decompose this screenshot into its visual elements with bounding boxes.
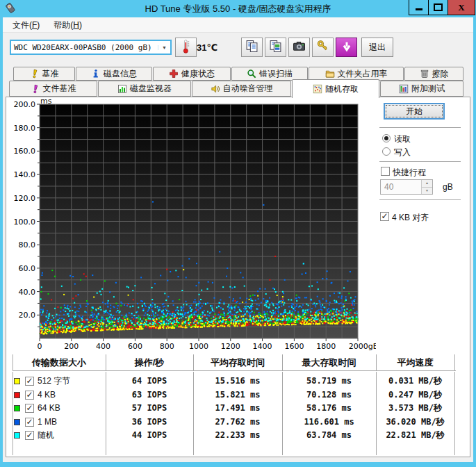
table-cell-max_access: 58.719 ms [282, 375, 376, 388]
file-benchmark-icon [31, 84, 40, 94]
stroke-size-input[interactable]: 40 ▲▼ [380, 179, 433, 195]
tab-aam[interactable]: 自动噪音管理 [192, 81, 291, 97]
tab-label: 文件夹占用率 [338, 68, 388, 80]
stroke-unit-label: gB [443, 182, 453, 192]
svg-text:ms: ms [40, 99, 52, 106]
table-cell-iops: 57 IOPS [106, 402, 193, 415]
random-access-chart: 20.040.060.080.0100.0120.0140.0160.0180.… [9, 99, 376, 354]
tab-label: 随机存取 [325, 83, 359, 95]
copy-text-icon [245, 40, 258, 55]
app-window: HD Tune 专业版 5.50 - 硬盘/固态硬盘实用程序 X 文件(F)帮助… [0, 0, 476, 467]
tab-random-access[interactable]: 随机存取 [292, 79, 379, 98]
minimize-button[interactable] [409, 0, 429, 15]
svg-text:80.0: 80.0 [19, 240, 36, 249]
table-cell-max_access: 58.176 ms [282, 402, 376, 415]
screenshot-button[interactable] [288, 38, 310, 57]
series-toggle-checkbox[interactable] [25, 377, 34, 386]
options-button[interactable] [312, 38, 334, 57]
tab-file-benchmark[interactable]: 文件基准 [9, 81, 97, 97]
align-4kb-label: 4 KB 对齐 [392, 212, 429, 224]
close-button[interactable]: X [448, 0, 475, 15]
content-panel: 20.040.060.080.0100.0120.0140.0160.0180.… [6, 97, 470, 457]
series-label: 4 KB [38, 388, 56, 402]
window-controls: X [409, 0, 475, 15]
svg-text:180.0: 180.0 [14, 124, 36, 133]
short-stroke-checkbox[interactable] [381, 167, 390, 176]
client-area: 文件(F)帮助(H) WDC WD20EARX-00PASB0 (2000 gB… [3, 17, 473, 462]
table-cell-avg_speed: 0.247 MB/秒 [376, 388, 454, 402]
copy-image-button[interactable] [265, 38, 286, 57]
tab-label: 错误扫描 [259, 68, 293, 80]
svg-text:140.0: 140.0 [14, 170, 36, 179]
series-toggle-checkbox[interactable] [25, 391, 34, 400]
maximize-icon [434, 3, 443, 11]
update-icon [341, 41, 352, 54]
start-button[interactable]: 开始 [384, 103, 445, 120]
spin-up-button[interactable]: ▲ [422, 180, 432, 188]
tab-benchmark[interactable]: 基准 [13, 67, 75, 81]
error-scan-icon [247, 69, 256, 79]
series-color-swatch [14, 405, 20, 411]
svg-text:600: 600 [128, 342, 142, 351]
read-radio[interactable] [382, 134, 391, 142]
series-toggle-checkbox[interactable] [25, 404, 34, 413]
svg-text:2000gB: 2000gB [349, 342, 376, 351]
tab-disk-monitor[interactable]: 磁盘监视器 [98, 81, 191, 97]
dropdown-arrow-icon[interactable]: ▼ [158, 45, 170, 50]
table-header-separator [13, 370, 456, 372]
svg-text:400: 400 [96, 342, 110, 351]
svg-text:1600: 1600 [284, 342, 304, 351]
tab-label: 磁盘监视器 [130, 83, 172, 95]
copy-text-button[interactable] [241, 38, 263, 57]
series-toggle-checkbox[interactable] [25, 418, 34, 427]
table-cell-avg_access: 15.821 ms [193, 388, 282, 402]
erase-icon [420, 69, 429, 79]
tab-folder-usage[interactable]: 文件夹占用率 [309, 67, 404, 81]
tab-label: 健康状态 [181, 68, 215, 80]
stroke-size-value: 40 [381, 180, 421, 194]
column-header: 最大存取时间 [282, 357, 376, 369]
column-header: 平均存取时间 [193, 357, 282, 369]
title-bar: HD Tune 专业版 5.50 - 硬盘/固态硬盘实用程序 X [0, 0, 476, 17]
tab-erase[interactable]: 擦除 [404, 67, 463, 81]
tab-label: 附加测试 [411, 83, 445, 95]
tab-health[interactable]: 健康状态 [153, 67, 231, 81]
tab-disk-info[interactable]: 磁盘信息 [76, 67, 152, 81]
series-color-swatch [14, 419, 20, 425]
table-cell-max_access: 70.128 ms [282, 388, 376, 402]
temperature-button[interactable] [175, 38, 197, 57]
maximize-button[interactable] [428, 0, 448, 15]
table-cell-avg_speed: 22.821 MB/秒 [376, 429, 454, 442]
svg-text:800: 800 [160, 342, 174, 351]
table-cell-iops: 63 IOPS [106, 388, 193, 402]
series-color-swatch [14, 392, 20, 398]
svg-text:60.0: 60.0 [19, 264, 36, 273]
column-header: 平均速度 [376, 357, 454, 369]
exit-button[interactable]: 退出 [361, 38, 393, 57]
svg-text:120.0: 120.0 [14, 194, 36, 203]
tab-label: 擦除 [432, 68, 449, 80]
tab-error-scan[interactable]: 错误扫描 [231, 67, 308, 81]
write-radio[interactable] [382, 147, 391, 156]
table-cell-avg_access: 27.762 ms [193, 416, 282, 429]
separator [379, 199, 461, 201]
read-radio-label: 读取 [394, 133, 411, 145]
table-cell-avg_speed: 0.031 MB/秒 [376, 375, 454, 388]
extra-tests-icon [399, 84, 409, 94]
svg-text:200: 200 [64, 342, 79, 351]
drive-select[interactable]: WDC WD20EARX-00PASB0 (2000 gB) ▼ [10, 40, 172, 55]
update-button[interactable] [336, 38, 357, 57]
aam-icon [211, 84, 220, 94]
menu-help[interactable]: 帮助(H) [47, 17, 89, 32]
window-title: HD Tune 专业版 5.50 - 硬盘/固态硬盘实用程序 [0, 3, 476, 15]
thermometer-icon [181, 39, 190, 56]
tab-extra-tests[interactable]: 附加测试 [380, 81, 463, 97]
spin-down-button[interactable]: ▼ [422, 188, 432, 195]
svg-text:1800: 1800 [316, 342, 336, 351]
series-toggle-checkbox[interactable] [25, 431, 34, 440]
disk-info-icon [91, 69, 101, 79]
align-4kb-checkbox[interactable] [380, 212, 389, 221]
separator [379, 161, 461, 163]
menu-file[interactable]: 文件(F) [6, 17, 47, 32]
tab-label: 自动噪音管理 [223, 83, 273, 95]
